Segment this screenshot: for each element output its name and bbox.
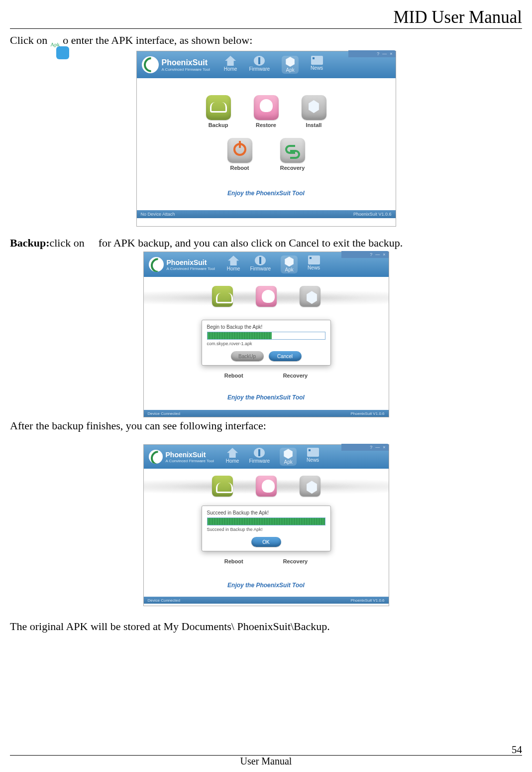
- app-name: PhoenixSuit: [166, 451, 214, 459]
- backup-dialog: Begin to Backup the Apk! com.skype.rover…: [202, 320, 331, 366]
- help-icon[interactable]: ?: [377, 51, 379, 56]
- progress-file-label: com.skype.rover-1.apk: [207, 341, 325, 346]
- help-icon[interactable]: ?: [370, 445, 372, 450]
- progress-bar: [207, 517, 325, 525]
- nav-bar: Home Firmware Apk News: [224, 56, 323, 74]
- nav-home[interactable]: Home: [224, 56, 237, 74]
- text: Click on: [10, 32, 47, 49]
- window-controls: ? — ×: [341, 444, 389, 451]
- nav-label: Firmware: [250, 266, 271, 271]
- nav-label: Home: [224, 66, 237, 72]
- instruction-line-1: Click on Apk o enter the APK interface, …: [10, 32, 522, 49]
- dialog-backup-button[interactable]: BackUp: [231, 351, 264, 361]
- install-icon: [300, 286, 320, 307]
- news-icon: [307, 448, 319, 457]
- page-number: 54: [512, 744, 522, 756]
- dialog-title: Succeed in Backup the Apk!: [207, 510, 325, 515]
- nav-label: News: [307, 457, 319, 463]
- close-icon[interactable]: ×: [383, 445, 385, 450]
- nav-home[interactable]: Home: [226, 448, 239, 466]
- nav-firmware[interactable]: Firmware: [249, 56, 270, 74]
- reboot-icon: [227, 138, 252, 163]
- status-left: Device Connected: [148, 598, 180, 603]
- backup-button[interactable]: Backup: [206, 95, 231, 128]
- app-logo: PhoenixSuitA Convinced Firmware Tool: [149, 257, 215, 272]
- phoenix-logo-icon: [149, 257, 164, 272]
- nav-label: News: [311, 65, 323, 71]
- reboot-label: Reboot: [224, 373, 243, 379]
- dialog-title: Begin to Backup the Apk!: [207, 324, 325, 330]
- nav-news[interactable]: News: [308, 256, 320, 273]
- nav-apk[interactable]: Apk: [281, 256, 298, 273]
- firmware-icon: [255, 256, 266, 265]
- text: o enter the APK interface, as shown belo…: [63, 32, 252, 49]
- dialog-cancel-button[interactable]: Cancel: [269, 351, 302, 361]
- nav-firmware[interactable]: Firmware: [250, 256, 271, 273]
- home-icon: [228, 256, 239, 265]
- window-controls: ? — ×: [341, 251, 389, 258]
- home-icon: [225, 56, 236, 66]
- nav-home[interactable]: Home: [227, 256, 240, 273]
- nav-firmware[interactable]: Firmware: [249, 448, 270, 466]
- enjoy-text: Enjoy the PhoenixSuit Tool: [144, 394, 389, 401]
- footer-label: User Manual: [10, 756, 522, 767]
- nav-label: Home: [227, 266, 240, 271]
- news-icon: [308, 256, 320, 264]
- phoenix-logo-icon: [149, 450, 163, 464]
- tool-label: Recovery: [280, 165, 305, 171]
- text-bold: Backup:: [10, 235, 49, 252]
- backup-icon: [212, 476, 233, 497]
- nav-bar: Home Firmware Apk News: [226, 448, 319, 466]
- app-name: PhoenixSuit: [167, 258, 215, 266]
- firmware-icon: [254, 448, 265, 458]
- minimize-icon[interactable]: —: [375, 252, 380, 257]
- app-status-bar: Device Connected PhoenixSuit V1.0.6: [144, 410, 389, 417]
- restore-icon: [254, 95, 279, 120]
- status-right: PhoenixSuit V1.0.6: [350, 411, 384, 416]
- news-icon: [311, 56, 323, 65]
- nav-news[interactable]: News: [311, 56, 323, 74]
- minimize-icon[interactable]: —: [375, 445, 380, 450]
- document-header: MID User Manual: [10, 7, 522, 27]
- nav-news[interactable]: News: [307, 448, 319, 466]
- app-tagline: A Convinced Firmware Tool: [166, 459, 214, 463]
- storage-path-text: The original APK will be stored at My Do…: [10, 618, 522, 635]
- home-icon: [227, 448, 238, 458]
- tool-label: Restore: [256, 122, 276, 128]
- nav-apk[interactable]: Apk: [280, 448, 297, 466]
- page-footer: 54 User Manual: [10, 755, 522, 767]
- restore-button[interactable]: Restore: [254, 95, 279, 128]
- app-logo: PhoenixSuitA Convinced Firmware Tool: [149, 450, 214, 464]
- status-right: PhoenixSuit V1.0.6: [353, 212, 392, 217]
- restore-icon: [256, 476, 277, 497]
- header-rule: [10, 28, 522, 29]
- app-name: PhoenixSuit: [162, 58, 210, 67]
- apk-nav-icon: [284, 257, 295, 266]
- install-icon: [302, 95, 326, 120]
- tool-label: Install: [306, 122, 322, 128]
- text: click on: [49, 235, 84, 252]
- reboot-button[interactable]: Reboot: [227, 138, 252, 171]
- help-icon[interactable]: ?: [370, 252, 372, 257]
- nav-label: Apk: [284, 459, 292, 465]
- nav-label: Firmware: [249, 66, 270, 72]
- enjoy-text: Enjoy the PhoenixSuit Tool: [144, 582, 389, 589]
- status-right: PhoenixSuit V1.0.6: [350, 598, 384, 603]
- nav-apk[interactable]: Apk: [282, 56, 299, 74]
- dialog-ok-button[interactable]: OK: [251, 537, 281, 547]
- tool-label: Reboot: [230, 165, 249, 171]
- backup-done-dialog: Succeed in Backup the Apk! Succeed in Ba…: [202, 506, 331, 551]
- install-button[interactable]: Install: [302, 95, 326, 128]
- nav-label: Home: [226, 458, 239, 464]
- nav-label: Apk: [286, 67, 294, 73]
- recovery-button[interactable]: Recovery: [280, 138, 305, 171]
- minimize-icon[interactable]: —: [382, 51, 387, 56]
- recovery-label: Recovery: [283, 373, 308, 379]
- restore-icon: [256, 286, 277, 307]
- close-icon[interactable]: ×: [390, 51, 392, 56]
- reboot-label: Reboot: [224, 558, 243, 564]
- tool-label: Backup: [209, 122, 228, 128]
- app-status-bar: No Device Attach PhoenixSuit V1.0.6: [137, 210, 396, 218]
- close-icon[interactable]: ×: [383, 252, 385, 257]
- nav-label: News: [308, 265, 320, 270]
